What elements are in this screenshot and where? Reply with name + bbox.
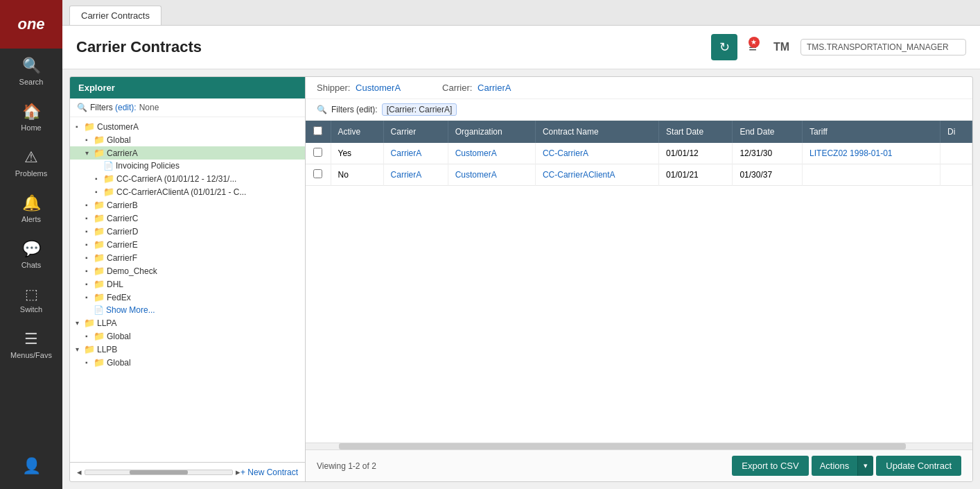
tree-node-show-more[interactable]: 📄 Show More... <box>70 304 305 316</box>
nav-label-home: Home <box>21 123 41 132</box>
tree-node-carrierE[interactable]: ▪ 📁 CarrierE <box>70 238 305 251</box>
expand-icon-cc-carrierAclientA[interactable]: ▪ <box>95 188 103 196</box>
nav-item-search[interactable]: 🔍 Search <box>0 49 62 94</box>
tree-node-carrierA[interactable]: ▾ 📁 CarrierA <box>70 146 305 160</box>
tree-node-cc-carrierAclientA[interactable]: ▪ 📁 CC-CarrierAClientA (01/01/21 - C... <box>70 185 305 198</box>
tree-node-global3[interactable]: ▪ 📁 Global <box>70 356 305 369</box>
row1-checkbox-cell[interactable] <box>306 143 331 164</box>
actions-button[interactable]: Actions <box>812 456 858 476</box>
table-horizontal-scrollbar[interactable] <box>306 443 972 449</box>
row1-checkbox[interactable] <box>313 148 322 157</box>
tree-node-customerA[interactable]: ▪ 📁 CustomerA <box>70 120 305 133</box>
table-container[interactable]: Active Carrier Organization Contract Nam… <box>306 121 972 443</box>
row1-tariff[interactable]: LITECZ02 1998-01-01 <box>803 143 940 164</box>
user-role-select[interactable]: TMS.TRANSPORTATION_MANAGER <box>800 39 966 55</box>
tree-label-show-more[interactable]: Show More... <box>106 305 155 315</box>
scroll-left-icon[interactable]: ◂ <box>77 467 82 477</box>
col-end-date[interactable]: End Date <box>733 121 803 143</box>
expand-icon-carrierD[interactable]: ▪ <box>85 228 94 235</box>
col-active[interactable]: Active <box>331 121 383 143</box>
expand-icon-carrierA[interactable]: ▾ <box>85 149 94 157</box>
shipper-value[interactable]: CustomerA <box>356 83 401 93</box>
col-checkbox[interactable] <box>306 121 331 143</box>
tab-carrier-contracts[interactable]: Carrier Contracts <box>69 6 161 25</box>
expand-icon-carrierE[interactable]: ▪ <box>85 241 94 248</box>
tree-node-global1[interactable]: ▪ 📁 Global <box>70 133 305 146</box>
row1-start-date: 01/01/12 <box>659 143 733 164</box>
nav-item-menus[interactable]: ☰ Menus/Favs <box>0 322 62 368</box>
tree-node-carrierB[interactable]: ▪ 📁 CarrierB <box>70 198 305 212</box>
filter-tag[interactable]: [Carrier: CarrierA] <box>382 103 457 116</box>
user-avatar: TM <box>773 41 789 53</box>
folder-icon-cc-carrierA: 📁 <box>103 173 114 184</box>
row2-organization[interactable]: CustomerA <box>448 164 535 186</box>
col-start-date[interactable]: Start Date <box>659 121 733 143</box>
folder-icon-carrierE: 📁 <box>94 239 105 250</box>
row1-organization[interactable]: CustomerA <box>448 143 535 164</box>
expand-icon-global2[interactable]: ▪ <box>85 332 94 340</box>
carrier-value[interactable]: CarrierA <box>478 83 511 93</box>
tree-node-invoicing[interactable]: 📄 Invoicing Policies <box>70 160 305 172</box>
tree-node-carrierD[interactable]: ▪ 📁 CarrierD <box>70 225 305 238</box>
expand-icon-carrierB[interactable]: ▪ <box>85 201 94 209</box>
table-row: No CarrierA CustomerA CC-CarrierAClientA… <box>306 164 972 186</box>
expand-icon-customerA[interactable]: ▪ <box>76 123 84 130</box>
tree-label-carrierA: CarrierA <box>107 148 138 158</box>
expand-icon-llpa[interactable]: ▾ <box>76 319 84 327</box>
nav-item-home[interactable]: 🏠 Home <box>0 94 62 140</box>
actions-caret-icon: ▾ <box>864 461 868 470</box>
explorer-scrollbar[interactable] <box>85 470 233 475</box>
folder-icon-carrierA: 📁 <box>94 148 105 158</box>
tree-node-llpb[interactable]: ▾ 📁 LLPB <box>70 343 305 356</box>
tree-node-global2[interactable]: ▪ 📁 Global <box>70 329 305 343</box>
expand-icon-demo-check[interactable]: ▪ <box>85 267 94 275</box>
expand-icon-global3[interactable]: ▪ <box>85 359 94 366</box>
scroll-right-icon[interactable]: ▸ <box>236 467 240 477</box>
expand-icon-carrierC[interactable]: ▪ <box>85 214 94 222</box>
expand-icon-cc-carrierA[interactable]: ▪ <box>95 175 103 182</box>
col-carrier[interactable]: Carrier <box>383 121 448 143</box>
row1-contract-name[interactable]: CC-CarrierA <box>535 143 658 164</box>
app-logo[interactable]: one <box>0 0 62 49</box>
tree-node-carrierF[interactable]: ▪ 📁 CarrierF <box>70 251 305 264</box>
expand-icon-llpb[interactable]: ▾ <box>76 345 84 353</box>
actions-dropdown-button[interactable]: ▾ <box>857 456 873 476</box>
col-tariff[interactable]: Tariff <box>803 121 940 143</box>
nav-item-profile[interactable]: 👤 <box>0 449 62 483</box>
table-footer: Viewing 1-2 of 2 Export to CSV Actions ▾… <box>306 449 972 481</box>
refresh-button[interactable]: ↻ <box>711 34 737 60</box>
nav-item-switch[interactable]: ⬚ Switch <box>0 277 62 322</box>
row2-carrier[interactable]: CarrierA <box>383 164 448 186</box>
tree-node-dhl[interactable]: ▪ 📁 DHL <box>70 277 305 291</box>
nav-label-problems: Problems <box>15 169 47 178</box>
expand-icon-fedex[interactable]: ▪ <box>85 293 94 301</box>
nav-item-alerts[interactable]: 🔔 Alerts <box>0 186 62 232</box>
update-contract-button[interactable]: Update Contract <box>876 456 961 476</box>
row1-carrier[interactable]: CarrierA <box>383 143 448 164</box>
left-navigation: one 🔍 Search 🏠 Home ⚠ Problems 🔔 Alerts … <box>0 0 62 489</box>
col-contract-name[interactable]: Contract Name <box>535 121 658 143</box>
tree-node-cc-carrierA[interactable]: ▪ 📁 CC-CarrierA (01/01/12 - 12/31/... <box>70 172 305 185</box>
export-csv-button[interactable]: Export to CSV <box>732 456 808 476</box>
nav-item-problems[interactable]: ⚠ Problems <box>0 140 62 186</box>
col-di[interactable]: Di <box>940 121 972 143</box>
row2-checkbox-cell[interactable] <box>306 164 331 186</box>
nav-item-chats[interactable]: 💬 Chats <box>0 232 62 277</box>
tree-label-invoicing: Invoicing Policies <box>116 161 180 171</box>
tree-node-fedex[interactable]: ▪ 📁 FedEx <box>70 291 305 304</box>
tree-node-carrierC[interactable]: ▪ 📁 CarrierC <box>70 212 305 225</box>
row2-checkbox[interactable] <box>313 169 322 178</box>
menu-button[interactable]: ≡ ★ <box>749 40 757 55</box>
shipper-label: Shipper: CustomerA <box>317 83 401 93</box>
row2-contract-name[interactable]: CC-CarrierAClientA <box>535 164 658 186</box>
col-organization[interactable]: Organization <box>448 121 535 143</box>
expand-icon-global1[interactable]: ▪ <box>85 136 94 144</box>
select-all-checkbox[interactable] <box>313 126 322 135</box>
filters-edit-link[interactable]: (edit): <box>115 103 137 112</box>
tree-node-llpa[interactable]: ▾ 📁 LLPA <box>70 316 305 329</box>
filter-row-search-icon: 🔍 <box>317 105 327 114</box>
new-contract-link[interactable]: + New Contract <box>240 467 298 477</box>
expand-icon-dhl[interactable]: ▪ <box>85 280 94 288</box>
tree-node-demo-check[interactable]: ▪ 📁 Demo_Check <box>70 264 305 277</box>
expand-icon-carrierF[interactable]: ▪ <box>85 254 94 261</box>
